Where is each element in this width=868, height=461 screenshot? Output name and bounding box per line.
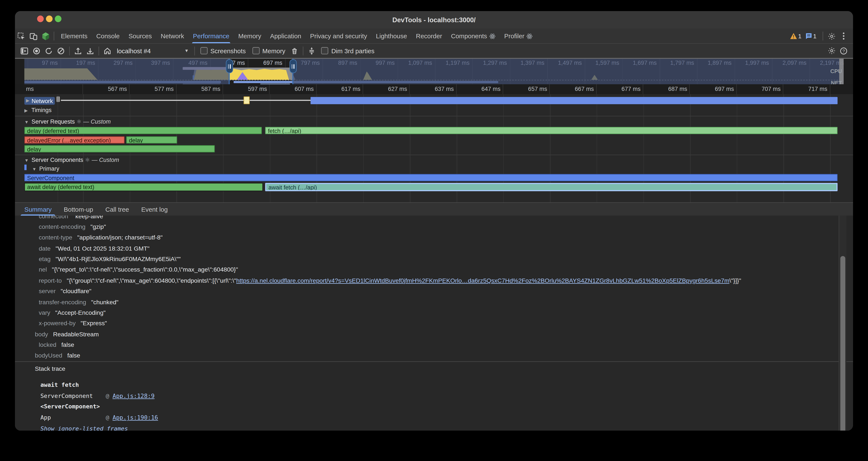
- devtools-panel-tab[interactable]: Privacy and security: [306, 29, 371, 43]
- stack-frame-at: @: [106, 392, 109, 399]
- event-bar-await-fetch-selected[interactable]: await fetch (…/api): [265, 183, 837, 191]
- stack-frame-function: App: [40, 414, 106, 421]
- request-queued-block[interactable]: [244, 96, 250, 104]
- messages-badge[interactable]: 1: [805, 33, 816, 39]
- selection-left-handle[interactable]: [225, 59, 233, 73]
- summary-property-row: etag "W/\"4b1-RjEJloX9kRinu6F0MAZMmy6E5i…: [35, 254, 831, 264]
- server-components-row-2: await delay (deferred text) await fetch …: [24, 183, 844, 192]
- details-tab[interactable]: Call tree: [99, 202, 135, 216]
- checkbox-box: [321, 47, 329, 54]
- help-icon[interactable]: ?: [837, 45, 849, 57]
- collapse-arrow-icon[interactable]: ▼: [24, 120, 30, 125]
- ruler-tick-label: 667 ms: [550, 84, 597, 94]
- ruler-tick-label: 607 ms: [270, 84, 316, 94]
- expand-arrow-icon[interactable]: ▶: [26, 98, 32, 103]
- summary-property-row: bodyUsed false: [35, 350, 831, 361]
- event-bar-delay[interactable]: delay: [24, 145, 215, 152]
- download-profile-icon[interactable]: [84, 45, 96, 57]
- primary-group-row[interactable]: ▼ Primary: [24, 165, 844, 173]
- property-value: false: [61, 342, 74, 348]
- network-request-bar[interactable]: [311, 97, 837, 104]
- report-url-link[interactable]: https://a.nel.cloudflare.com/report/v4?s…: [236, 277, 730, 284]
- property-value: "Accept-Encoding": [55, 309, 106, 316]
- devtools-panel-tab[interactable]: Console: [92, 29, 124, 43]
- collapse-arrow-icon[interactable]: ▼: [24, 158, 30, 163]
- property-value: "cloudflare": [61, 288, 91, 294]
- record-icon[interactable]: [31, 45, 43, 57]
- message-count: 1: [813, 33, 816, 39]
- warnings-badge[interactable]: 1: [790, 33, 802, 39]
- live-metrics-icon[interactable]: [19, 45, 31, 57]
- property-key: locked: [39, 342, 56, 348]
- property-key: transfer-encoding: [39, 298, 86, 305]
- extension-gem-icon[interactable]: [39, 30, 52, 42]
- details-tab[interactable]: Event log: [135, 202, 174, 216]
- stack-trace-heading: Stack trace: [35, 365, 831, 372]
- event-bar-delay-deferred[interactable]: delay (deferred text): [24, 127, 262, 134]
- property-key: server: [39, 288, 56, 294]
- summary-panel[interactable]: connection "keep-alive" content-encoding…: [15, 215, 853, 431]
- selection-right-handle[interactable]: [289, 59, 297, 73]
- devtools-panel-tab[interactable]: Application: [266, 29, 306, 43]
- stack-frame-function: await fetch: [40, 381, 106, 388]
- history-select[interactable]: localhost #4 ▼: [117, 48, 189, 54]
- clear-icon[interactable]: [55, 45, 67, 57]
- event-bar-server-component[interactable]: ServerComponent: [24, 174, 837, 181]
- summary-property-row: body ReadableStream: [35, 329, 831, 339]
- summary-scrollbar-track[interactable]: [839, 215, 846, 431]
- cpu-lane-label: CPU: [830, 68, 842, 75]
- home-icon[interactable]: [101, 45, 114, 57]
- screenshots-checkbox[interactable]: Screenshots: [200, 47, 246, 54]
- expand-arrow-icon[interactable]: ▶: [24, 108, 30, 113]
- track-resize-grip[interactable]: [56, 96, 60, 102]
- dim-3rd-parties-checkbox[interactable]: Dim 3rd parties: [321, 47, 374, 54]
- devtools-panel-tab[interactable]: Performance: [189, 29, 234, 43]
- timeline-overview[interactable]: 97 ms 197 ms 297 ms 397 ms 497 ms 597 ms…: [15, 58, 853, 85]
- devtools-panel-tab[interactable]: Components: [446, 29, 500, 43]
- timings-track[interactable]: ▶ Timings: [24, 107, 844, 114]
- warning-count: 1: [798, 33, 802, 39]
- details-tab[interactable]: Bottom-up: [58, 202, 99, 216]
- devtools-panel-tab[interactable]: Network: [156, 29, 189, 43]
- devtools-panel-tab[interactable]: Recorder: [411, 29, 446, 43]
- source-location-link[interactable]: App.js:190:16: [113, 414, 158, 421]
- property-key: etag: [39, 256, 51, 262]
- details-tab[interactable]: Summary: [19, 202, 58, 216]
- stack-frame-function: <ServerComponent>: [40, 403, 106, 410]
- property-key: body: [35, 330, 48, 337]
- server-requests-row-3: delay: [24, 145, 844, 153]
- stack-frame-row: <ServerComponent>: [35, 401, 831, 412]
- event-bar-delay[interactable]: delay: [126, 137, 177, 144]
- network-track[interactable]: ▶ Network: [24, 96, 844, 104]
- devtools-panel-tab[interactable]: Sources: [124, 29, 156, 43]
- collect-garbage-icon[interactable]: [289, 45, 301, 57]
- server-requests-row-1: delay (deferred text) fetch (…/api): [24, 127, 844, 135]
- show-ignore-listed-frames-link[interactable]: Show ignore-listed frames: [35, 425, 128, 430]
- section-divider: [15, 362, 853, 362]
- summary-scrollbar-thumb[interactable]: [840, 256, 845, 430]
- devtools-panel-tab[interactable]: Profiler: [500, 29, 537, 43]
- memory-checkbox[interactable]: Memory: [252, 47, 285, 54]
- collapse-arrow-icon[interactable]: ▼: [32, 167, 38, 172]
- flame-chart[interactable]: ▶ Network ▶ Timings ▼ Server Requests ⚛ …: [15, 94, 853, 202]
- toggle-device-toolbar-icon[interactable]: [27, 30, 39, 42]
- server-components-track-header[interactable]: ▼ Server Components ⚛ — Custom: [24, 156, 844, 164]
- source-location-link[interactable]: App.js:128:9: [113, 392, 155, 399]
- devtools-panel-tab[interactable]: Elements: [56, 29, 92, 43]
- upload-profile-icon[interactable]: [72, 45, 84, 57]
- settings-gear-icon[interactable]: [825, 30, 837, 42]
- window-title: DevTools - localhost:3000/: [15, 16, 853, 24]
- ruler-tick-label: 597 ms: [223, 84, 270, 94]
- server-requests-track-header[interactable]: ▼ Server Requests ⚛ — Custom: [24, 118, 844, 126]
- inspect-element-icon[interactable]: [15, 30, 27, 42]
- event-bar-await-delay[interactable]: await delay (deferred text): [24, 183, 263, 191]
- more-options-kebab-icon[interactable]: [837, 30, 849, 42]
- devtools-panel-tab[interactable]: Lighthouse: [371, 29, 411, 43]
- reload-and-record-icon[interactable]: [43, 45, 55, 57]
- event-bar-delayed-error[interactable]: delayedError (…ayed exception): [24, 137, 125, 144]
- devtools-panel-tab[interactable]: Memory: [234, 29, 266, 43]
- capture-settings-gear-icon[interactable]: [825, 45, 837, 57]
- network-track-label[interactable]: ▶ Network: [24, 97, 55, 104]
- event-bar-fetch-api[interactable]: fetch (…/api): [265, 127, 837, 134]
- compress-icon: [306, 45, 318, 57]
